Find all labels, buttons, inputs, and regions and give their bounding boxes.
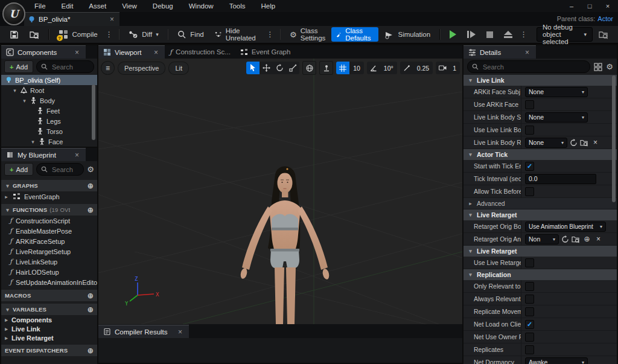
compile-options-icon[interactable]: ⋮ bbox=[104, 30, 115, 39]
scale-snap-button[interactable] bbox=[400, 62, 413, 74]
rotation-snap-value[interactable]: 10° bbox=[380, 65, 397, 72]
viewport-3d[interactable]: Z X Y ≡ Perspective Lit bbox=[98, 59, 462, 324]
collapse-arrow-icon[interactable]: ▾ bbox=[468, 77, 473, 83]
add-macro-icon[interactable]: ⊕ bbox=[88, 292, 94, 300]
play-button[interactable] bbox=[445, 27, 461, 42]
function-item[interactable]: ƒ HairLODSetup bbox=[1, 267, 97, 277]
retarget-orig-body-dropdown[interactable]: Use Animation Blueprint ▾ bbox=[525, 222, 606, 232]
camera-speed-value[interactable]: 1 bbox=[449, 65, 460, 72]
components-tab-close-icon[interactable]: × bbox=[73, 48, 81, 57]
compile-button[interactable]: ? Compile bbox=[54, 27, 103, 42]
collapse-arrow-icon[interactable]: ▾ bbox=[468, 152, 473, 158]
details-tab-close-icon[interactable]: × bbox=[523, 48, 531, 57]
add-graph-icon[interactable]: ⊕ bbox=[88, 182, 94, 190]
advanced-expander[interactable]: ▸ Advanced bbox=[464, 198, 617, 209]
live-link-body-retarget-dropdown[interactable]: None ▾ bbox=[525, 138, 567, 148]
collapse-arrow-icon[interactable]: ▾ bbox=[5, 207, 10, 213]
debug-object-dropdown[interactable]: No debug object selected ▾ bbox=[537, 27, 593, 42]
tree-item-body[interactable]: ▾ Body bbox=[1, 95, 97, 106]
collapse-arrow-icon[interactable]: ▾ bbox=[5, 307, 10, 313]
variable-category-live-link[interactable]: ▸ Live Link bbox=[1, 324, 97, 333]
hide-unrelated-options-icon[interactable]: ⋮ bbox=[265, 30, 276, 39]
section-replication[interactable]: ▾ Replication bbox=[464, 269, 617, 280]
menu-asset[interactable]: Asset bbox=[81, 0, 114, 12]
tree-item-torso[interactable]: Torso bbox=[1, 126, 97, 136]
graph-item-eventgraph[interactable]: ▸ EventGraph bbox=[1, 191, 97, 202]
collapse-arrow-icon[interactable]: ▾ bbox=[5, 183, 10, 189]
scale-snap-value[interactable]: 0.25 bbox=[413, 65, 433, 72]
tree-item-legs[interactable]: Legs bbox=[1, 116, 97, 126]
viewport-tab-close-icon[interactable]: × bbox=[152, 48, 160, 57]
start-with-tick-enabled-checkbox[interactable]: ✓ bbox=[525, 162, 534, 171]
details-settings-icon[interactable]: ⚙ bbox=[606, 62, 613, 71]
menu-debug[interactable]: Debug bbox=[145, 0, 181, 12]
tree-item-self[interactable]: BP_olivia (Self) bbox=[1, 75, 97, 85]
net-dormancy-dropdown[interactable]: Awake ▾ bbox=[525, 357, 588, 364]
add-function-icon[interactable]: ⊕ bbox=[88, 206, 94, 214]
collapse-arrow-icon[interactable]: ▾ bbox=[468, 272, 473, 278]
section-live-retarget-1[interactable]: ▾ Live Retarget bbox=[464, 209, 617, 220]
menu-help[interactable]: Help bbox=[253, 0, 284, 12]
components-add-button[interactable]: + Add bbox=[4, 60, 33, 73]
details-search[interactable] bbox=[467, 60, 590, 73]
function-item[interactable]: ƒ EnableMasterPose bbox=[1, 226, 97, 236]
collapse-arrow-icon[interactable]: ▾ bbox=[468, 212, 473, 218]
function-item[interactable]: ƒ LiveLinkSetup bbox=[1, 257, 97, 267]
add-event-dispatcher-icon[interactable]: ⊕ bbox=[88, 346, 94, 355]
retarget-orig-anim-dropdown[interactable]: Non ▾ bbox=[525, 234, 559, 244]
net-load-on-client-checkbox[interactable]: ✓ bbox=[525, 320, 534, 329]
function-item[interactable]: ƒ LiveRetargetSetup bbox=[1, 246, 97, 257]
tab-event-graph[interactable]: Event Graph bbox=[235, 45, 296, 59]
surface-snapping-button[interactable] bbox=[319, 61, 333, 75]
functions-header[interactable]: ▾ FUNCTIONS (19 OVERRIDABLE) ⊕ bbox=[1, 204, 97, 216]
tab-my-blueprint[interactable]: My Blueprint × bbox=[1, 148, 86, 161]
browse-asset-icon[interactable] bbox=[580, 139, 588, 147]
expand-arrow-icon[interactable]: ▾ bbox=[30, 139, 36, 145]
details-scrollbar[interactable] bbox=[612, 75, 616, 202]
function-item[interactable]: ƒ SetUpdateAnimationInEdito bbox=[1, 277, 97, 287]
move-tool-button[interactable] bbox=[260, 62, 273, 74]
browse-asset-button[interactable] bbox=[25, 27, 44, 42]
use-arkit-face-checkbox[interactable] bbox=[525, 100, 534, 109]
tree-item-root[interactable]: ▾ Root bbox=[1, 85, 97, 95]
replicates-checkbox[interactable] bbox=[525, 345, 534, 354]
minimize-button[interactable]: – bbox=[562, 0, 581, 12]
use-selected-asset-icon[interactable] bbox=[561, 235, 569, 243]
event-dispatchers-header[interactable]: EVENT DISPATCHERS ⊕ bbox=[1, 345, 97, 356]
asset-tab-bp-olivia[interactable]: BP_olivia* × bbox=[24, 12, 119, 26]
graphs-header[interactable]: ▾ GRAPHS ⊕ bbox=[1, 180, 97, 191]
macros-header[interactable]: MACROS ⊕ bbox=[1, 290, 97, 301]
function-item[interactable]: ƒ ConstructionScript bbox=[1, 216, 97, 226]
tab-details[interactable]: Details × bbox=[464, 45, 536, 59]
tree-item-face[interactable]: ▾ Face bbox=[1, 136, 97, 147]
save-button[interactable] bbox=[5, 27, 24, 42]
function-item[interactable]: ƒ ARKitFaceSetup bbox=[1, 236, 97, 246]
hide-unrelated-button[interactable]: Hide Unrelated bbox=[210, 27, 264, 42]
use-live-link-body-checkbox[interactable] bbox=[525, 126, 534, 135]
expand-arrow-icon[interactable]: ▸ bbox=[4, 326, 9, 332]
diff-button[interactable]: Diff ▾ bbox=[124, 27, 164, 42]
only-relevant-to-owner-checkbox[interactable] bbox=[525, 282, 534, 291]
use-selected-asset-icon[interactable] bbox=[570, 139, 578, 147]
class-settings-button[interactable]: ⚙ Class Settings bbox=[285, 27, 330, 42]
tab-components[interactable]: Components × bbox=[1, 45, 86, 59]
debug-browse-button[interactable] bbox=[594, 27, 613, 42]
eject-button[interactable] bbox=[499, 27, 517, 42]
simulation-button[interactable]: Simulation bbox=[380, 27, 435, 42]
asset-tab-close-icon[interactable]: × bbox=[108, 15, 116, 24]
display-filter-icon[interactable] bbox=[594, 63, 602, 71]
section-actor-tick[interactable]: ▾ Actor Tick bbox=[464, 149, 617, 160]
section-live-link[interactable]: ▾ Live Link bbox=[464, 75, 617, 86]
variables-header[interactable]: ▾ VARIABLES ⊕ bbox=[1, 304, 97, 315]
menu-file[interactable]: File bbox=[27, 0, 54, 12]
expand-arrow-icon[interactable]: ▸ bbox=[4, 194, 9, 200]
my-blueprint-settings-icon[interactable]: ⚙ bbox=[87, 165, 94, 174]
rotate-tool-button[interactable] bbox=[273, 62, 286, 74]
frame-skip-button[interactable] bbox=[462, 27, 480, 42]
menu-window[interactable]: Window bbox=[181, 0, 221, 12]
clear-asset-icon[interactable]: × bbox=[591, 138, 600, 147]
net-use-owner-relevancy-checkbox[interactable] bbox=[525, 333, 534, 342]
stop-button[interactable] bbox=[482, 27, 498, 42]
collapse-arrow-icon[interactable]: ▾ bbox=[468, 248, 473, 254]
grid-snap-button[interactable] bbox=[336, 62, 349, 74]
